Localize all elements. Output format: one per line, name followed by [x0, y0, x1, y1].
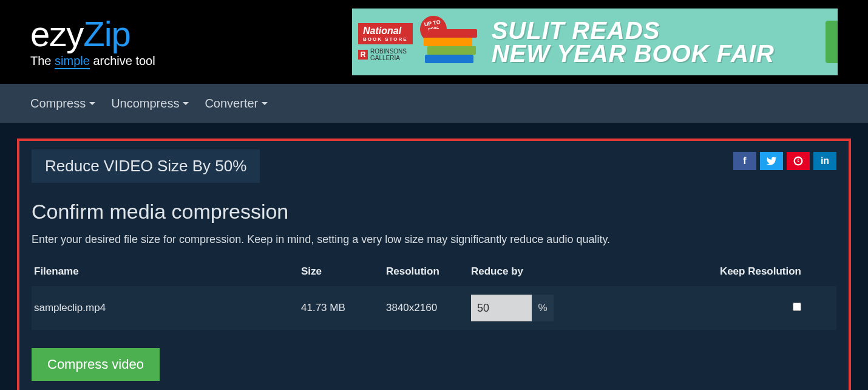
keep-resolution-checkbox[interactable]	[793, 303, 801, 311]
nav-item-compress[interactable]: Compress	[30, 97, 95, 111]
reduce-unit-label: %	[532, 295, 554, 321]
ad-title-line1: SULIT READS	[492, 19, 775, 42]
nav-item-uncompress[interactable]: Uncompress	[111, 97, 189, 111]
file-table: Filename Size Resolution Reduce by Keep …	[32, 261, 836, 330]
share-pinterest-button[interactable]	[787, 152, 810, 170]
tagline-before: The	[30, 54, 55, 67]
nav-bar: Compress Uncompress Converter	[0, 84, 868, 123]
col-header-reduce-by: Reduce by	[471, 265, 714, 278]
share-facebook-button[interactable]: f	[733, 152, 756, 170]
tab-reduce-video[interactable]: Reduce VIDEO Size By 50%	[32, 149, 260, 183]
social-share-row: f in	[733, 149, 836, 170]
logo-suffix: Zip	[83, 14, 131, 53]
book-icon	[427, 46, 476, 55]
ad-badge-robinsons: R ROBINSONS GALLERIA	[358, 48, 413, 61]
main-content: Reduce VIDEO Size By 50% f in Confirm me…	[0, 123, 868, 390]
chevron-down-icon	[262, 102, 268, 105]
ad-badges: National BOOK STORE R ROBINSONS GALLERIA	[358, 23, 413, 61]
ad-books-graphic: UP TO 80% OFF	[425, 21, 480, 63]
chevron-down-icon	[89, 102, 95, 105]
ad-title: SULIT READS NEW YEAR BOOK FAIR	[492, 19, 775, 65]
cell-resolution: 3840x2160	[386, 302, 471, 314]
tagline-after: archive tool	[90, 54, 155, 67]
cell-size: 41.73 MB	[301, 302, 386, 314]
chevron-down-icon	[183, 102, 189, 105]
col-header-resolution: Resolution	[386, 265, 471, 278]
pinterest-icon	[793, 156, 804, 166]
nav-item-label: Compress	[30, 97, 86, 111]
ad-badge-national-sub: BOOK STORE	[363, 36, 408, 42]
share-linkedin-button[interactable]: in	[813, 152, 836, 170]
ad-banner[interactable]: National BOOK STORE R ROBINSONS GALLERIA…	[352, 9, 838, 75]
logo[interactable]: ezyZip The simple archive tool	[30, 16, 155, 68]
page-title: Confirm media compression	[32, 200, 836, 224]
linkedin-icon: in	[821, 156, 829, 166]
nav-item-label: Converter	[205, 97, 258, 111]
ad-badge-robinsons-text: ROBINSONS	[370, 48, 407, 55]
book-icon	[424, 38, 472, 46]
top-header: ezyZip The simple archive tool National …	[0, 0, 868, 84]
table-header-row: Filename Size Resolution Reduce by Keep …	[32, 261, 836, 282]
ad-badge-robinsons-sub: GALLERIA	[370, 55, 400, 61]
col-header-keep-resolution: Keep Resolution	[714, 265, 834, 278]
ad-title-line2: NEW YEAR BOOK FAIR	[492, 42, 775, 65]
book-icon	[429, 29, 477, 38]
nav-item-converter[interactable]: Converter	[205, 97, 268, 111]
compress-video-button[interactable]: Compress video	[32, 348, 160, 381]
nav-item-label: Uncompress	[111, 97, 179, 111]
twitter-icon	[766, 156, 777, 166]
facebook-icon: f	[743, 156, 746, 166]
cell-keep-resolution	[714, 302, 834, 314]
compression-panel: Reduce VIDEO Size By 50% f in Confirm me…	[17, 139, 851, 390]
reduce-by-input[interactable]	[471, 295, 532, 321]
table-row: sampleclip.mp4 41.73 MB 3840x2160 %	[32, 286, 836, 330]
ad-badge-national: National BOOK STORE	[358, 23, 413, 44]
cell-filename: sampleclip.mp4	[34, 302, 301, 314]
tagline-highlight: simple	[55, 54, 90, 69]
share-twitter-button[interactable]	[760, 152, 783, 170]
col-header-size: Size	[301, 265, 386, 278]
col-header-filename: Filename	[34, 265, 301, 278]
shop-tag-icon	[826, 21, 838, 63]
logo-tagline: The simple archive tool	[30, 54, 155, 68]
logo-text: ezyZip	[30, 16, 155, 52]
cell-reduce-by: %	[471, 295, 714, 321]
page-description: Enter your desired file size for compres…	[32, 233, 836, 246]
robinsons-icon: R	[358, 50, 368, 60]
book-icon	[425, 55, 473, 63]
logo-prefix: ezy	[30, 14, 83, 53]
ad-badge-national-text: National	[363, 26, 401, 36]
